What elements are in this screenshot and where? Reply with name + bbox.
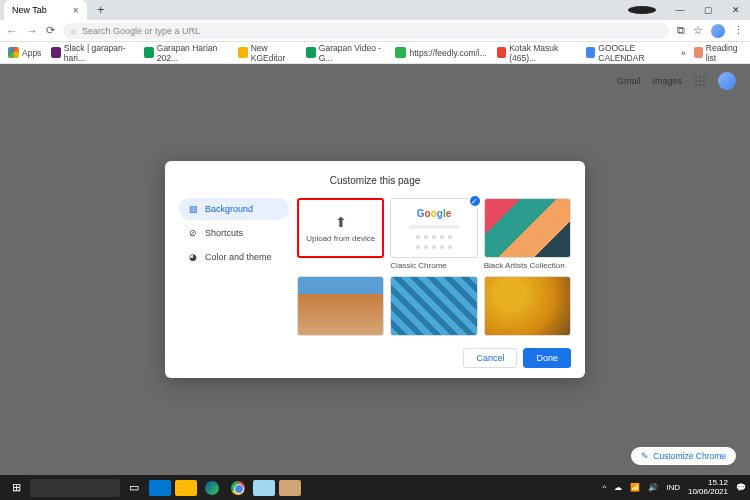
sidebar-item-background[interactable]: ▧ Background <box>179 198 289 220</box>
minimize-button[interactable]: — <box>666 5 694 15</box>
windows-taskbar: ⊞ ▭ ^ ☁ 📶 🔊 IND 15.12 10/06/2021 💬 <box>0 475 750 500</box>
menu-icon[interactable]: ⋮ <box>733 24 744 37</box>
tray-language[interactable]: IND <box>666 483 680 492</box>
upload-from-device-tile[interactable]: ⬆ Upload from device <box>297 198 384 270</box>
bookmark-item[interactable]: Garapan Harian 202... <box>144 43 228 63</box>
start-button[interactable]: ⊞ <box>4 477 28 499</box>
background-tile-geometric[interactable] <box>390 276 477 336</box>
tray-wifi-icon[interactable]: 📶 <box>630 483 640 492</box>
new-tab-button[interactable]: + <box>93 2 109 18</box>
background-tile-classic-chrome[interactable]: ✓ Google Classic Chrome <box>390 198 477 270</box>
window-controls: — ▢ ✕ <box>628 0 750 20</box>
omnibox[interactable]: ⌕ Search Google or type a URL <box>63 23 669 39</box>
favicon-icon <box>395 47 406 58</box>
palette-icon: ◕ <box>187 251 199 263</box>
taskbar-search[interactable] <box>30 479 120 497</box>
search-icon: ⌕ <box>71 26 76 36</box>
profile-avatar-icon[interactable] <box>711 24 725 38</box>
tray-chevron-icon[interactable]: ^ <box>602 483 606 492</box>
link-icon: ⊘ <box>187 227 199 239</box>
bookmark-item[interactable]: Kotak Masuk (465)... <box>497 43 576 63</box>
selected-check-icon: ✓ <box>468 194 482 208</box>
cancel-button[interactable]: Cancel <box>463 348 517 368</box>
favicon-icon <box>306 47 315 58</box>
modal-overlay: Customize this page ▧ Background ⊘ Short… <box>0 64 750 475</box>
bookmark-overflow-icon[interactable]: » <box>681 48 686 58</box>
close-window-button[interactable]: ✕ <box>722 5 750 15</box>
back-button[interactable]: ← <box>6 24 18 38</box>
background-tile-landscape[interactable] <box>297 276 384 336</box>
taskbar-app-icon[interactable] <box>252 477 276 499</box>
share-icon[interactable]: ⧉ <box>677 24 685 37</box>
taskbar-paint-icon[interactable] <box>278 477 302 499</box>
sidebar-item-shortcuts[interactable]: ⊘ Shortcuts <box>179 222 289 244</box>
bookmark-item[interactable]: New KGEditor <box>238 43 296 63</box>
bookmark-star-icon[interactable]: ☆ <box>693 24 703 37</box>
taskbar-clock[interactable]: 15.12 10/06/2021 <box>688 479 728 497</box>
bookmark-item[interactable]: https://feedly.com/i... <box>395 47 486 58</box>
tray-volume-icon[interactable]: 🔊 <box>648 483 658 492</box>
favicon-icon <box>144 47 153 58</box>
task-view-button[interactable]: ▭ <box>122 477 146 499</box>
background-tile-autumn[interactable] <box>484 276 571 336</box>
dialog-sidebar: ▧ Background ⊘ Shortcuts ◕ Color and the… <box>179 198 289 368</box>
forward-button[interactable]: → <box>26 24 38 38</box>
dialog-main-panel: ⬆ Upload from device ✓ Google <box>297 198 571 368</box>
tray-notifications-icon[interactable]: 💬 <box>736 483 746 492</box>
reading-list-button[interactable]: Reading list <box>694 43 742 63</box>
taskbar-mail-icon[interactable] <box>148 477 172 499</box>
omnibox-placeholder: Search Google or type a URL <box>82 26 200 36</box>
address-bar: ← → ⟳ ⌕ Search Google or type a URL ⧉ ☆ … <box>0 20 750 42</box>
apps-shortcut[interactable]: Apps <box>8 47 41 58</box>
maximize-button[interactable]: ▢ <box>694 5 722 15</box>
done-button[interactable]: Done <box>523 348 571 368</box>
tab-title: New Tab <box>12 5 47 15</box>
browser-tab[interactable]: New Tab × <box>4 0 87 20</box>
bookmark-item[interactable]: Slack | garapan-hari... <box>51 43 134 63</box>
upload-icon: ⬆ <box>335 214 347 230</box>
taskbar-explorer-icon[interactable] <box>174 477 198 499</box>
record-indicator-icon <box>628 6 656 14</box>
dialog-title: Customize this page <box>179 175 571 186</box>
sidebar-item-color-theme[interactable]: ◕ Color and theme <box>179 246 289 268</box>
apps-icon <box>8 47 19 58</box>
close-tab-icon[interactable]: × <box>73 5 79 16</box>
bookmark-item[interactable]: Garapan Video - G... <box>306 43 385 63</box>
window-titlebar: New Tab × + — ▢ ✕ <box>0 0 750 20</box>
favicon-icon <box>497 47 506 58</box>
image-icon: ▧ <box>187 203 199 215</box>
taskbar-edge-icon[interactable] <box>200 477 224 499</box>
page-content: Gmail Images ✎ Customize Chrome Customiz… <box>0 64 750 475</box>
bookmark-item[interactable]: GOOGLE CALENDAR <box>586 43 671 63</box>
google-logo: Google <box>417 208 451 219</box>
favicon-icon <box>51 47 60 58</box>
reload-button[interactable]: ⟳ <box>46 24 55 37</box>
tray-cloud-icon[interactable]: ☁ <box>614 483 622 492</box>
background-tile-black-artists[interactable]: Black Artists Collection <box>484 198 571 270</box>
bookmarks-bar: Apps Slack | garapan-hari... Garapan Har… <box>0 42 750 64</box>
favicon-icon <box>238 47 247 58</box>
customize-dialog: Customize this page ▧ Background ⊘ Short… <box>165 161 585 378</box>
taskbar-chrome-icon[interactable] <box>226 477 250 499</box>
reading-list-icon <box>694 47 703 58</box>
favicon-icon <box>586 47 595 58</box>
